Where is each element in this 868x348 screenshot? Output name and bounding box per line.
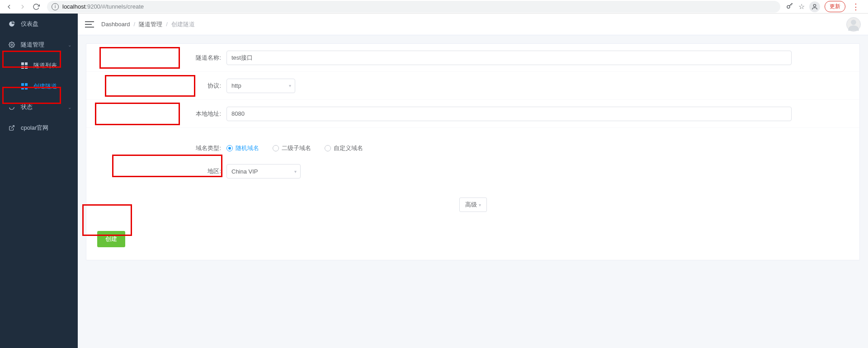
row-tunnel-name: 隧道名称: xyxy=(86,44,859,72)
label-tunnel-name: 隧道名称: xyxy=(86,54,226,62)
region-select[interactable]: China VIP ▾ xyxy=(226,164,301,179)
user-avatar[interactable] xyxy=(846,17,861,32)
sidebar-item-label: 隧道列表 xyxy=(33,61,57,70)
browser-toolbar: i localhost:9200/#/tunnels/create ☆ 更新 ⋮ xyxy=(0,0,868,14)
sidebar-item-label: 状态 xyxy=(21,103,33,111)
sidebar-item-label: cpolar官网 xyxy=(21,124,48,132)
url-bar[interactable]: i localhost:9200/#/tunnels/create xyxy=(47,1,780,13)
form-card: 隧道名称: 协议: http ▾ xyxy=(86,43,860,260)
sidebar-item-dashboard[interactable]: 仪表盘 xyxy=(0,14,78,34)
radio-custom-domain[interactable]: 自定义域名 xyxy=(325,144,363,152)
breadcrumb: Dashboard / 隧道管理 / 创建隧道 xyxy=(101,20,195,28)
radio-subdomain[interactable]: 二级子域名 xyxy=(273,144,311,152)
nav-back-button[interactable] xyxy=(4,1,14,12)
bookmark-star-icon[interactable]: ☆ xyxy=(798,2,805,11)
profile-avatar-icon[interactable] xyxy=(809,1,820,12)
main-area: Dashboard / 隧道管理 / 创建隧道 隧道名称: xyxy=(78,14,868,348)
chevron-down-icon: ⌄ xyxy=(68,105,71,110)
label-protocol: 协议: xyxy=(86,82,226,90)
sidebar-item-tunnel-list[interactable]: 隧道列表 xyxy=(0,55,78,76)
sidebar-item-label: 隧道管理 xyxy=(21,41,44,49)
chevron-down-icon: ⌄ xyxy=(68,42,71,47)
svg-point-8 xyxy=(851,19,856,25)
submit-area: 创建 xyxy=(86,223,859,260)
create-button[interactable]: 创建 xyxy=(97,231,125,247)
local-addr-input[interactable] xyxy=(226,107,792,121)
sidebar-item-label: 仪表盘 xyxy=(21,20,38,28)
nav-forward-button[interactable] xyxy=(17,1,28,12)
chevron-down-icon: ▾ xyxy=(479,202,481,207)
sidebar-item-tunnel-create[interactable]: 创建隧道 xyxy=(0,76,78,97)
radio-icon xyxy=(226,145,233,151)
row-advanced: 高级 ▾ xyxy=(86,187,859,223)
radio-label: 二级子域名 xyxy=(282,144,311,152)
chevron-down-icon: ▾ xyxy=(294,169,297,174)
browser-menu-icon[interactable]: ⋮ xyxy=(850,2,862,12)
label-local-addr: 本地地址: xyxy=(86,110,226,118)
sidebar: 仪表盘 隧道管理 ⌄ 隧道列表 创建隧道 状态 ⌄ xyxy=(0,14,78,348)
svg-line-7 xyxy=(11,126,14,128)
breadcrumb-item[interactable]: Dashboard xyxy=(101,21,130,28)
radio-icon xyxy=(273,145,279,151)
grid-icon xyxy=(21,62,28,69)
radio-icon xyxy=(325,145,331,151)
chevron-down-icon: ▾ xyxy=(289,83,291,88)
breadcrumb-item[interactable]: 隧道管理 xyxy=(139,20,162,28)
row-region: 地区: China VIP ▾ xyxy=(86,156,859,187)
tunnel-name-input[interactable] xyxy=(226,51,792,65)
site-info-icon[interactable]: i xyxy=(52,3,59,10)
label-domain-type: 域名类型: xyxy=(86,144,226,152)
svg-line-2 xyxy=(792,3,793,4)
svg-line-3 xyxy=(791,5,792,5)
dashboard-icon xyxy=(8,21,15,27)
grid-icon xyxy=(21,83,28,89)
row-domain-type: 域名类型: 随机域名 二级子域名 xyxy=(86,128,859,156)
password-key-icon[interactable] xyxy=(786,2,794,12)
radio-label: 随机域名 xyxy=(236,144,259,152)
advanced-label: 高级 xyxy=(465,201,477,209)
row-protocol: 协议: http ▾ xyxy=(86,72,859,100)
radio-random-domain[interactable]: 随机域名 xyxy=(226,144,259,152)
svg-point-0 xyxy=(787,5,790,8)
sidebar-item-label: 创建隧道 xyxy=(33,82,57,90)
sidebar-item-status[interactable]: 状态 ⌄ xyxy=(0,97,78,118)
browser-update-button[interactable]: 更新 xyxy=(825,1,845,12)
menu-toggle-icon[interactable] xyxy=(85,21,94,28)
breadcrumb-item-current: 创建隧道 xyxy=(171,20,195,28)
url-text: localhost:9200/#/tunnels/create xyxy=(62,3,144,10)
protocol-select-value: http xyxy=(231,82,241,89)
sidebar-item-tunnel-manage[interactable]: 隧道管理 ⌄ xyxy=(0,34,78,55)
breadcrumb-sep: / xyxy=(166,21,168,28)
sidebar-item-official-site[interactable]: cpolar官网 xyxy=(0,118,78,138)
gear-icon xyxy=(8,42,15,48)
svg-point-5 xyxy=(11,44,13,46)
protocol-select[interactable]: http ▾ xyxy=(226,79,295,93)
svg-point-6 xyxy=(9,105,14,110)
advanced-toggle-button[interactable]: 高级 ▾ xyxy=(459,198,487,212)
radio-label: 自定义域名 xyxy=(334,144,363,152)
label-region: 地区: xyxy=(86,167,226,175)
row-local-addr: 本地地址: xyxy=(86,100,859,128)
region-select-value: China VIP xyxy=(231,168,258,175)
domain-type-radio-group: 随机域名 二级子域名 自定义域名 xyxy=(226,144,363,152)
svg-point-4 xyxy=(813,4,816,6)
loader-icon xyxy=(8,104,15,110)
topbar: Dashboard / 隧道管理 / 创建隧道 xyxy=(78,14,868,35)
breadcrumb-sep: / xyxy=(134,21,136,28)
nav-reload-button[interactable] xyxy=(31,1,42,12)
external-link-icon xyxy=(8,125,15,131)
